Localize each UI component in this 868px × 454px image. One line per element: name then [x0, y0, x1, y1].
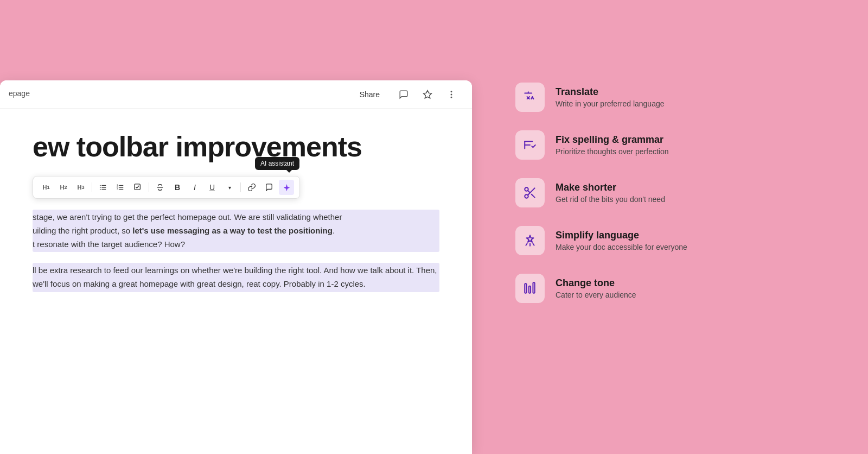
underline-dropdown[interactable]: ▾	[222, 180, 237, 195]
feature-simplify-language[interactable]: Simplify language Make your doc accessib…	[515, 219, 835, 262]
svg-line-24	[532, 194, 535, 198]
change-tone-text: Change tone Cater to every audience	[556, 278, 835, 299]
paragraph1-text-before: stage, we aren't trying to get the perfe…	[33, 212, 342, 222]
separator-1	[92, 182, 92, 192]
doc-title: ew toolbar improvements	[33, 130, 439, 163]
comment-icon[interactable]	[396, 87, 411, 102]
paragraph-2: ll be extra research to feed our learnin…	[33, 263, 439, 292]
simplify-language-text: Simplify language Make your doc accessib…	[556, 230, 835, 251]
separator-3	[240, 182, 241, 192]
floating-toolbar: AI assistant H1 H2 H3	[33, 176, 300, 199]
svg-point-4	[100, 185, 101, 186]
italic-button[interactable]: I	[187, 180, 202, 195]
feature-fix-spelling[interactable]: Fix spelling & grammar Prioritize though…	[515, 124, 835, 166]
heading1-button[interactable]: H1	[39, 180, 54, 195]
document-window: epage Share	[0, 80, 472, 454]
bullet-list-button[interactable]	[95, 180, 111, 195]
svg-point-6	[100, 187, 101, 188]
svg-line-25	[528, 191, 530, 193]
fix-spelling-text: Fix spelling & grammar Prioritize though…	[556, 134, 835, 156]
heading3-button[interactable]: H3	[73, 180, 88, 195]
simplify-language-desc: Make your doc accessible for everyone	[556, 243, 835, 251]
feature-translate[interactable]: Translate Write in your preferred langua…	[515, 76, 835, 118]
topbar-actions: Share	[352, 87, 459, 102]
link-button[interactable]	[244, 180, 259, 195]
share-button[interactable]: Share	[352, 87, 387, 102]
svg-rect-28	[533, 282, 534, 293]
doc-topbar: epage Share	[0, 80, 472, 109]
feature-change-tone[interactable]: Change tone Cater to every audience	[515, 267, 835, 310]
fix-spelling-desc: Prioritize thoughts over perfection	[556, 147, 835, 156]
scissors-icon-box	[515, 178, 545, 207]
breadcrumb: epage	[9, 89, 30, 98]
tone-icon-box	[515, 274, 545, 303]
make-shorter-text: Make shorter Get rid of the bits you don…	[556, 182, 835, 204]
svg-point-8	[100, 189, 101, 190]
svg-point-3	[451, 97, 452, 98]
svg-rect-27	[529, 286, 531, 293]
ai-tooltip: AI assistant	[255, 157, 299, 170]
svg-rect-16	[135, 184, 141, 190]
svg-marker-0	[424, 90, 432, 98]
make-shorter-title: Make shorter	[556, 182, 835, 193]
paragraph1-bold-text: let's use messaging as a way to test the…	[132, 226, 333, 235]
spell-check-icon-box	[515, 130, 545, 160]
right-panel: Translate Write in your preferred langua…	[472, 0, 868, 454]
strikethrough-button[interactable]	[152, 180, 168, 195]
paragraph1-question: t resonate with the target audience? How…	[33, 239, 185, 249]
translate-icon-box	[515, 83, 545, 112]
change-tone-desc: Cater to every audience	[556, 291, 835, 299]
left-panel: epage Share	[0, 0, 472, 454]
translate-text: Translate Write in your preferred langua…	[556, 86, 835, 108]
svg-point-1	[451, 91, 452, 92]
pink-top-area	[0, 0, 472, 80]
change-tone-title: Change tone	[556, 278, 835, 289]
feature-make-shorter[interactable]: Make shorter Get rid of the bits you don…	[515, 172, 835, 214]
svg-point-2	[451, 94, 452, 95]
checkbox-button[interactable]	[130, 180, 145, 195]
svg-rect-26	[525, 283, 526, 293]
underline-button[interactable]: U	[205, 180, 220, 195]
simplify-icon-box	[515, 226, 545, 255]
make-shorter-desc: Get rid of the bits you don't need	[556, 195, 835, 204]
heading2-button[interactable]: H2	[56, 180, 71, 195]
ordered-list-button[interactable]: 1. 2. 3.	[113, 180, 128, 195]
doc-content: ew toolbar improvements AI assistant H1 …	[0, 109, 472, 325]
comment-toolbar-button[interactable]	[261, 180, 277, 195]
bold-button[interactable]: B	[170, 180, 185, 195]
more-icon[interactable]	[444, 87, 459, 102]
paragraph-1: stage, we aren't trying to get the perfe…	[33, 210, 439, 252]
separator-2	[149, 182, 149, 192]
ai-assistant-button[interactable]	[279, 180, 294, 195]
star-icon[interactable]	[420, 87, 435, 102]
fix-spelling-title: Fix spelling & grammar	[556, 134, 835, 146]
translate-title: Translate	[556, 86, 835, 98]
paragraph1-period: .	[333, 226, 335, 235]
simplify-language-title: Simplify language	[556, 230, 835, 241]
paragraph1-text-middle-pre: uilding the right product, so	[33, 226, 132, 235]
translate-desc: Write in your preferred language	[556, 99, 835, 108]
paragraph2-text: ll be extra research to feed our learnin…	[33, 266, 437, 288]
svg-text:3.: 3.	[117, 187, 119, 190]
